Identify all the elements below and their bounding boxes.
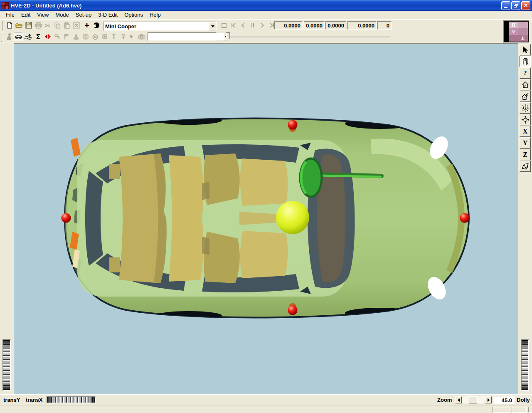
grid-tool-button[interactable] xyxy=(100,32,109,41)
front-handle-sphere[interactable] xyxy=(288,120,298,130)
secondary-combobox[interactable] xyxy=(148,32,217,41)
zoom-scrollbar[interactable] xyxy=(455,396,492,403)
go-end-icon xyxy=(269,22,275,28)
menu-options[interactable]: Options xyxy=(121,11,146,19)
left-tool-strip xyxy=(0,43,14,394)
home-set-icon xyxy=(522,93,529,100)
toolbar-grip-2[interactable] xyxy=(1,32,2,42)
lamp-tool-button[interactable] xyxy=(119,32,128,41)
dolly-label: Dolly xyxy=(517,397,530,403)
menu-help[interactable]: Help xyxy=(146,11,164,19)
coord-y-field[interactable] xyxy=(325,21,346,30)
vehicle-mode-button[interactable] xyxy=(14,32,23,41)
workspace: ? xyxy=(0,43,532,394)
menu-file[interactable]: File xyxy=(2,11,18,19)
view-all-eye-icon xyxy=(521,104,530,112)
pointer-tool-button[interactable] xyxy=(520,44,531,55)
rear-handle-sphere[interactable] xyxy=(288,306,298,315)
set-home-view-button[interactable] xyxy=(520,91,531,102)
cut-button[interactable]: ✂ xyxy=(43,21,52,30)
menu-setup[interactable]: Set-up xyxy=(72,11,95,19)
vehicle-top-view-render xyxy=(14,44,519,395)
delete-button[interactable] xyxy=(72,21,81,30)
key-tool-button[interactable] xyxy=(53,32,62,41)
new-file-button[interactable] xyxy=(5,21,14,30)
pan-tool-button[interactable] xyxy=(520,56,531,67)
zoom-value-field[interactable] xyxy=(493,396,515,404)
coord-x-field[interactable] xyxy=(304,21,325,30)
cone-tool-button[interactable] xyxy=(71,32,81,41)
playback-step-forward-button[interactable] xyxy=(258,21,267,30)
menu-mode[interactable]: Mode xyxy=(52,11,72,19)
secondary-combobox-input[interactable] xyxy=(148,33,224,40)
playback-step-back-button[interactable] xyxy=(239,21,248,30)
coord-z-field[interactable] xyxy=(347,21,377,30)
menu-edit[interactable]: Edit xyxy=(18,11,34,19)
menu-view[interactable]: View xyxy=(34,11,52,19)
flag-tool-button[interactable] xyxy=(62,32,71,41)
new-file-icon xyxy=(6,22,13,29)
camera-tool-button[interactable] xyxy=(137,32,146,41)
axis-y-button[interactable]: Y xyxy=(520,137,531,148)
bottom-strip xyxy=(0,406,532,413)
trans-x-thumbwheel[interactable] xyxy=(47,396,96,403)
paste-button[interactable] xyxy=(62,21,71,30)
zoom-scroll-thumb[interactable] xyxy=(469,396,477,403)
status-pane-1 xyxy=(493,407,510,413)
view-all-button[interactable] xyxy=(520,102,531,114)
vehicle-disc-button[interactable] xyxy=(91,21,101,30)
cursor-tool-button[interactable] xyxy=(127,32,136,41)
playback-go-start-button[interactable] xyxy=(229,21,238,30)
close-icon: ✕ xyxy=(524,2,528,8)
mesh-tool-button[interactable] xyxy=(81,32,90,41)
zoom-scroll-right-button[interactable] xyxy=(485,396,492,403)
playback-stop-button[interactable] xyxy=(219,21,229,30)
timeline-slider-track[interactable] xyxy=(227,37,390,37)
left-handle-sphere[interactable] xyxy=(62,213,71,223)
environment-mode-button[interactable] xyxy=(24,32,33,41)
playback-pause-button[interactable] xyxy=(248,21,257,30)
right-handle-sphere[interactable] xyxy=(460,213,470,223)
target-tool-button[interactable]: ◎ xyxy=(91,32,100,41)
add-button[interactable]: + xyxy=(82,21,91,30)
save-button[interactable] xyxy=(24,21,33,30)
close-button[interactable]: ✕ xyxy=(521,1,530,10)
vehicle-mode-icon xyxy=(15,34,22,39)
human-icon xyxy=(5,33,12,40)
sum-icon: Σ xyxy=(36,33,40,40)
sim-time-field[interactable] xyxy=(274,21,303,30)
print-button[interactable] xyxy=(34,21,43,30)
toolbar-grip[interactable] xyxy=(2,21,3,30)
vehicle-combobox[interactable] xyxy=(103,22,217,31)
sum-results-button[interactable]: Σ xyxy=(34,32,43,41)
dolly-thumbwheel[interactable] xyxy=(521,339,529,391)
cg-marker-sphere[interactable] xyxy=(276,201,309,234)
trans-y-label: transY xyxy=(3,397,20,403)
vehicle-combobox-input[interactable] xyxy=(103,22,209,30)
vehicle-combobox-dropdown-button[interactable] xyxy=(209,22,216,30)
help-tool-button[interactable]: ? xyxy=(520,67,531,79)
app-icon xyxy=(2,2,9,9)
zoom-scroll-track[interactable] xyxy=(462,396,485,403)
menu-3d-edit[interactable]: 3-D Edit xyxy=(95,11,121,19)
zoom-scroll-left-button[interactable] xyxy=(455,396,462,403)
perspective-view-button[interactable] xyxy=(520,161,531,172)
trans-y-thumbwheel[interactable] xyxy=(2,339,11,391)
viewport-3d[interactable] xyxy=(14,43,518,394)
open-file-button[interactable] xyxy=(15,21,24,30)
restore-button[interactable] xyxy=(511,1,520,10)
axis-x-button[interactable]: X xyxy=(520,126,531,137)
status-pane-3 xyxy=(528,407,532,413)
home-view-button[interactable] xyxy=(520,79,531,90)
axis-z-button[interactable]: Z xyxy=(520,149,531,160)
grid-icon xyxy=(102,34,108,40)
copy-button[interactable] xyxy=(53,21,62,30)
event-mode-button[interactable] xyxy=(43,32,52,41)
minimize-button[interactable] xyxy=(501,1,510,10)
home-icon xyxy=(522,81,529,89)
rear-left-tire xyxy=(155,116,222,125)
text-tool-button[interactable]: T xyxy=(109,32,118,41)
frame-count-field[interactable] xyxy=(377,21,392,30)
human-mode-button[interactable] xyxy=(4,32,13,41)
seek-center-button[interactable] xyxy=(520,114,531,125)
